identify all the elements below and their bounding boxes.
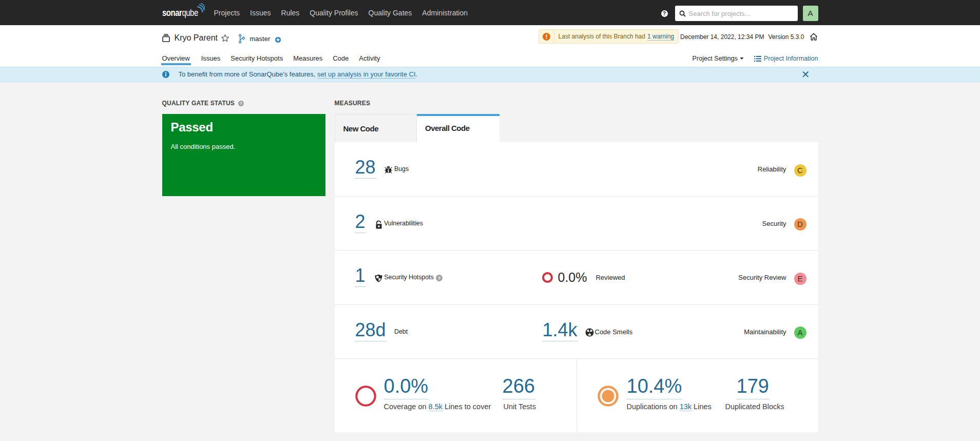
- svg-text:?: ?: [437, 275, 440, 280]
- svg-text:?: ?: [240, 101, 242, 106]
